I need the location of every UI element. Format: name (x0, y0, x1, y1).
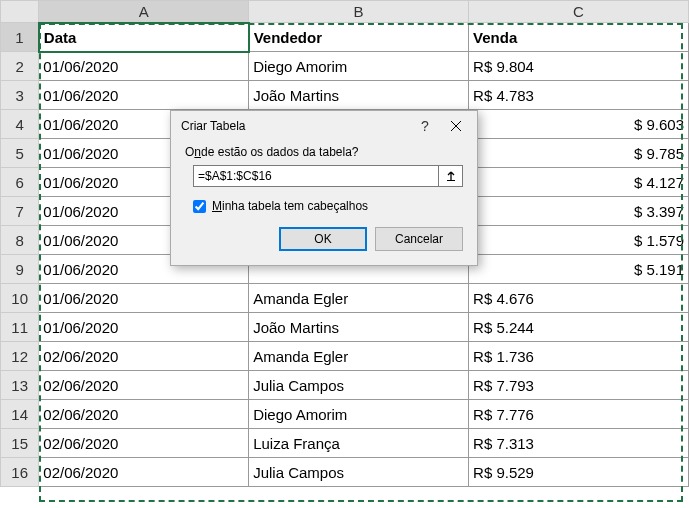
row-header[interactable]: 12 (1, 342, 39, 371)
row-header[interactable]: 16 (1, 458, 39, 487)
has-headers-label[interactable]: Minha tabela tem cabeçalhos (212, 199, 368, 213)
cancel-button[interactable]: Cancelar (375, 227, 463, 251)
cell[interactable]: $ 9.603 (469, 110, 689, 139)
row-header[interactable]: 8 (1, 226, 39, 255)
ok-button[interactable]: OK (279, 227, 367, 251)
cell[interactable]: R$ 7.313 (469, 429, 689, 458)
create-table-dialog: Criar Tabela ? Onde estão os dados da ta… (170, 110, 478, 266)
select-all-corner[interactable] (1, 1, 39, 23)
cell[interactable]: João Martins (249, 313, 469, 342)
cell[interactable]: $ 5.191 (469, 255, 689, 284)
cell[interactable]: $ 4.127 (469, 168, 689, 197)
cell[interactable]: R$ 7.776 (469, 400, 689, 429)
cell[interactable]: Vendedor (249, 23, 469, 52)
cell[interactable]: $ 1.579 (469, 226, 689, 255)
cell[interactable]: 01/06/2020 (39, 52, 249, 81)
cell[interactable]: Julia Campos (249, 371, 469, 400)
cell[interactable]: 02/06/2020 (39, 429, 249, 458)
row-header[interactable]: 9 (1, 255, 39, 284)
range-prompt-label: Onde estão os dados da tabela? (185, 145, 463, 159)
row-header[interactable]: 3 (1, 81, 39, 110)
help-button[interactable]: ? (415, 116, 435, 136)
row-header[interactable]: 15 (1, 429, 39, 458)
cell[interactable]: 01/06/2020 (39, 313, 249, 342)
range-input[interactable] (193, 165, 439, 187)
cell[interactable]: R$ 9.529 (469, 458, 689, 487)
dialog-titlebar[interactable]: Criar Tabela ? (171, 111, 477, 141)
column-header-c[interactable]: C (469, 1, 689, 23)
column-header-a[interactable]: A (39, 1, 249, 23)
collapse-dialog-button[interactable] (439, 165, 463, 187)
row-header[interactable]: 10 (1, 284, 39, 313)
close-icon (451, 121, 461, 131)
row-header[interactable]: 6 (1, 168, 39, 197)
cell[interactable]: R$ 4.676 (469, 284, 689, 313)
cell[interactable]: Luiza França (249, 429, 469, 458)
row-header[interactable]: 14 (1, 400, 39, 429)
column-header-b[interactable]: B (249, 1, 469, 23)
cell[interactable]: Data (39, 23, 249, 52)
cell[interactable]: João Martins (249, 81, 469, 110)
cell[interactable]: $ 3.397 (469, 197, 689, 226)
cell[interactable]: $ 9.785 (469, 139, 689, 168)
row-header[interactable]: 11 (1, 313, 39, 342)
arrow-up-icon (446, 171, 456, 181)
cell[interactable]: R$ 7.793 (469, 371, 689, 400)
cell[interactable]: 01/06/2020 (39, 284, 249, 313)
cell[interactable]: Diego Amorim (249, 400, 469, 429)
cell[interactable]: R$ 9.804 (469, 52, 689, 81)
cell[interactable]: 01/06/2020 (39, 81, 249, 110)
row-header[interactable]: 2 (1, 52, 39, 81)
cell[interactable]: 02/06/2020 (39, 400, 249, 429)
cell[interactable]: 02/06/2020 (39, 371, 249, 400)
cell[interactable]: R$ 4.783 (469, 81, 689, 110)
cell[interactable]: Amanda Egler (249, 342, 469, 371)
row-header[interactable]: 1 (1, 23, 39, 52)
cell[interactable]: Amanda Egler (249, 284, 469, 313)
cell[interactable]: Diego Amorim (249, 52, 469, 81)
cell[interactable]: 02/06/2020 (39, 458, 249, 487)
cell[interactable]: R$ 5.244 (469, 313, 689, 342)
close-button[interactable] (441, 116, 471, 136)
dialog-title: Criar Tabela (181, 119, 415, 133)
cell[interactable]: Julia Campos (249, 458, 469, 487)
row-header[interactable]: 13 (1, 371, 39, 400)
row-header[interactable]: 7 (1, 197, 39, 226)
cell[interactable]: Venda (469, 23, 689, 52)
row-header[interactable]: 4 (1, 110, 39, 139)
has-headers-checkbox[interactable] (193, 200, 206, 213)
cell[interactable]: R$ 1.736 (469, 342, 689, 371)
cell[interactable]: 02/06/2020 (39, 342, 249, 371)
row-header[interactable]: 5 (1, 139, 39, 168)
